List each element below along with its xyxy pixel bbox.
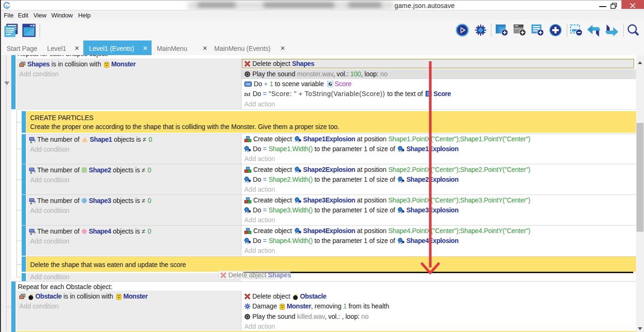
svg-text:i: i (248, 198, 248, 201)
svg-text:i: i (248, 228, 248, 231)
svg-text:?: ? (33, 231, 36, 235)
svg-text:i: i (248, 137, 248, 139)
svg-text:?: ? (33, 170, 36, 174)
svg-text:?: ? (33, 139, 36, 143)
svg-text:Var: Var (246, 82, 251, 86)
svg-text:i: i (248, 167, 248, 170)
svg-text:?: ? (33, 200, 36, 204)
